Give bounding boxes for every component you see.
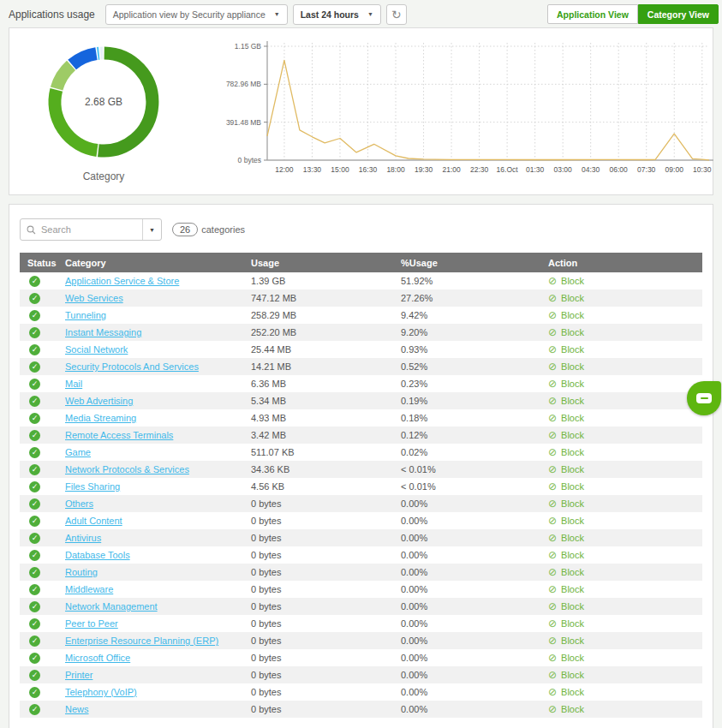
category-link[interactable]: Printer [65, 670, 92, 680]
chat-bubble-icon [696, 393, 712, 403]
block-button[interactable]: ⊘ Block [548, 396, 584, 406]
x-tick-label: 03:00 [554, 165, 573, 174]
table-row: ✓ Microsoft Office 0 bytes 0.00% ⊘ Block [20, 649, 702, 666]
block-button[interactable]: ⊘ Block [548, 327, 584, 337]
block-button[interactable]: ⊘ Block [548, 516, 584, 526]
table-row: ✓ Tunneling 258.29 MB 9.42% ⊘ Block [20, 307, 702, 324]
block-button[interactable]: ⊘ Block [548, 344, 584, 355]
search-input[interactable] [38, 219, 142, 240]
category-link[interactable]: Middleware [65, 584, 113, 594]
block-button[interactable]: ⊘ Block [548, 464, 584, 474]
block-button[interactable]: ⊘ Block [548, 567, 584, 577]
category-link[interactable]: News [65, 704, 89, 714]
pct-usage-value: 9.20% [397, 324, 545, 341]
usage-value: 25.44 MB [248, 341, 397, 358]
category-link[interactable]: Media Streaming [65, 413, 136, 423]
usage-value: 0 bytes [248, 632, 397, 649]
block-button[interactable]: ⊘ Block [548, 704, 584, 714]
block-button[interactable]: ⊘ Block [548, 550, 584, 560]
pct-usage-value: 0.19% [397, 392, 545, 409]
category-link[interactable]: Web Services [65, 293, 123, 303]
block-label: Block [561, 464, 584, 474]
pct-usage-value: < 0.01% [397, 478, 545, 495]
block-icon: ⊘ [548, 636, 557, 646]
block-button[interactable]: ⊘ Block [548, 670, 584, 680]
time-range-dropdown[interactable]: Last 24 hours ▼ [293, 4, 381, 25]
view-mode-dropdown[interactable]: Application view by Security appliance ▼ [105, 4, 288, 25]
block-button[interactable]: ⊘ Block [548, 584, 584, 594]
category-link[interactable]: Network Management [65, 601, 158, 612]
block-button[interactable]: ⊘ Block [548, 618, 584, 629]
block-button[interactable]: ⊘ Block [548, 379, 584, 389]
category-link[interactable]: Application Service & Store [65, 276, 179, 286]
usage-value: 0 bytes [248, 512, 397, 529]
block-button[interactable]: ⊘ Block [548, 413, 584, 423]
category-link[interactable]: Mail [65, 379, 82, 389]
block-label: Block [561, 293, 584, 303]
block-button[interactable]: ⊘ Block [548, 276, 584, 286]
block-button[interactable]: ⊘ Block [548, 653, 584, 663]
view-toggle: Application View Category View [547, 4, 719, 24]
block-button[interactable]: ⊘ Block [548, 687, 584, 697]
header-status: Status [20, 253, 62, 272]
status-allowed-icon: ✓ [29, 653, 40, 664]
pct-usage-value: 27.26% [397, 289, 545, 307]
category-view-button[interactable]: Category View [638, 4, 719, 24]
table-row: ✓ Social Network 25.44 MB 0.93% ⊘ Block [20, 341, 702, 358]
category-link[interactable]: Security Protocols And Services [65, 361, 199, 372]
block-icon: ⊘ [548, 464, 557, 474]
category-link[interactable]: Database Tools [65, 550, 130, 560]
block-button[interactable]: ⊘ Block [548, 293, 584, 303]
category-link[interactable]: Instant Messaging [65, 327, 141, 337]
block-button[interactable]: ⊘ Block [548, 636, 584, 646]
category-link[interactable]: Network Protocols & Services [65, 464, 189, 474]
search-icon [21, 225, 38, 235]
block-button[interactable]: ⊘ Block [548, 430, 584, 440]
donut-slice[interactable] [57, 65, 71, 88]
search-dropdown-button[interactable]: ▼ [142, 219, 161, 240]
application-view-button[interactable]: Application View [547, 4, 638, 24]
block-icon: ⊘ [548, 498, 557, 509]
refresh-button[interactable]: ↻ [386, 4, 407, 25]
block-icon: ⊘ [548, 704, 557, 714]
header-usage: Usage [248, 253, 397, 272]
view-mode-dropdown-value: Application view by Security appliance [113, 9, 266, 20]
category-link[interactable]: Files Sharing [65, 481, 120, 492]
category-link[interactable]: Routing [65, 567, 98, 577]
feedback-chat-button[interactable] [687, 381, 721, 415]
block-button[interactable]: ⊘ Block [548, 361, 584, 372]
block-button[interactable]: ⊘ Block [548, 601, 584, 612]
block-label: Block [561, 361, 584, 372]
block-button[interactable]: ⊘ Block [548, 481, 584, 492]
category-link[interactable]: Enterprise Resource Planning (ERP) [65, 636, 218, 646]
block-button[interactable]: ⊘ Block [548, 498, 584, 509]
category-link[interactable]: Antivirus [65, 533, 101, 543]
table-row: ✓ Telephony (VoIP) 0 bytes 0.00% ⊘ Block [20, 683, 702, 701]
block-label: Block [561, 618, 584, 629]
category-link[interactable]: Social Network [65, 344, 128, 355]
block-icon: ⊘ [548, 601, 557, 612]
category-link[interactable]: Others [65, 498, 93, 509]
block-icon: ⊘ [548, 670, 557, 680]
category-link[interactable]: Microsoft Office [65, 653, 130, 663]
category-link[interactable]: Telephony (VoIP) [65, 687, 137, 697]
table-row: ✓ Media Streaming 4.93 MB 0.18% ⊘ Block [20, 409, 702, 427]
status-allowed-icon: ✓ [29, 361, 40, 373]
category-link[interactable]: Adult Content [65, 516, 122, 526]
block-icon: ⊘ [548, 430, 557, 440]
category-link[interactable]: Web Advertising [65, 396, 133, 406]
status-allowed-icon: ✓ [29, 601, 40, 612]
category-link[interactable]: Game [65, 447, 91, 457]
table-row: ✓ Web Advertising 5.34 MB 0.19% ⊘ Block [20, 392, 702, 409]
table-row: ✓ Security Protocols And Services 14.21 … [20, 358, 702, 375]
block-icon: ⊘ [548, 327, 557, 337]
category-link[interactable]: Tunneling [65, 310, 106, 320]
y-tick-label: 391.48 MB [226, 118, 261, 127]
block-button[interactable]: ⊘ Block [548, 447, 584, 457]
category-link[interactable]: Peer to Peer [65, 618, 118, 629]
category-link[interactable]: Remote Access Terminals [65, 430, 173, 440]
donut-slice[interactable] [72, 54, 96, 65]
pct-usage-value: 0.00% [397, 546, 545, 564]
block-button[interactable]: ⊘ Block [548, 310, 584, 320]
block-button[interactable]: ⊘ Block [548, 533, 584, 543]
